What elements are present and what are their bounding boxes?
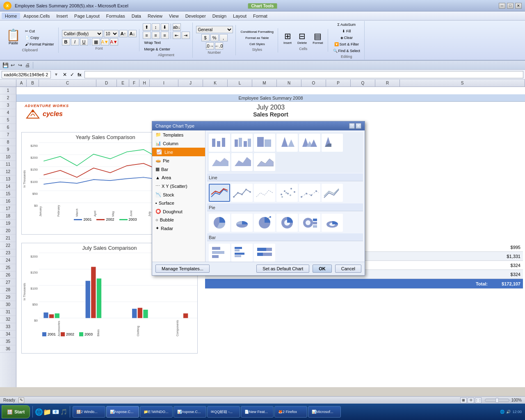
dialog-list-line[interactable]: 📈 Line [152,148,205,156]
menu-format[interactable]: Format [250,13,271,19]
restore-btn[interactable]: □ [507,3,514,9]
align-center-btn[interactable]: ≡ [152,32,160,39]
fill-color-button[interactable]: A▼ [101,38,109,46]
insert-function-icon[interactable]: fx [76,72,83,78]
increase-font-btn[interactable]: A↑ [119,30,128,37]
menu-review[interactable]: Review [144,13,166,19]
minimize-btn[interactable]: ─ [499,3,505,9]
menu-insert[interactable]: Insert [53,13,71,19]
bar-type-1[interactable] [209,244,230,262]
taskbar-media-icon[interactable]: 🎵 [60,408,67,415]
col-header-i[interactable]: I [150,80,178,87]
col-header-b[interactable]: B [27,80,39,87]
pie-type-2[interactable] [231,214,253,232]
taskbar-aspose2-btn[interactable]: 📊 Aspose.C... [173,406,206,418]
dialog-list-bubble[interactable]: ○ Bubble [152,216,205,224]
col-header-e[interactable]: E [117,80,129,87]
col-header-j[interactable]: J [178,80,203,87]
comma-btn[interactable]: , [219,34,228,41]
format-as-table-btn[interactable]: Format as Table [244,35,270,41]
dialog-close-btn[interactable]: ✕ [356,123,361,129]
col-header-s[interactable]: S [400,80,525,87]
col-header-d[interactable]: D [96,80,117,87]
decrease-decimal-btn[interactable]: ←.0 [215,42,223,50]
col-header-f[interactable]: F [129,80,139,87]
line-type-4[interactable] [276,184,298,202]
col-header-h[interactable]: H [139,80,150,87]
chart-type-area-1[interactable] [209,153,230,171]
pie-type-1[interactable] [209,214,230,232]
menu-page-layout[interactable]: Page Layout [71,13,103,19]
pie-type-3[interactable] [254,214,275,232]
percent-btn[interactable]: % [210,34,219,41]
decrease-font-btn[interactable]: A↓ [128,30,137,37]
dialog-ok-btn[interactable]: OK [313,265,332,273]
formula-dropdown-btn[interactable]: ▼ [52,72,60,77]
menu-data[interactable]: Data [128,13,144,19]
taskbar-ie-icon[interactable]: 🌐 [35,408,43,415]
col-header-c[interactable]: C [39,80,96,87]
format-painter-button[interactable]: 🖌 Format Painter [23,41,56,47]
qa-save-btn[interactable]: 💾 [2,62,9,69]
status-icon-btn[interactable]: ✎ [18,397,24,403]
insert-btn[interactable]: ⊞ Insert [281,30,294,46]
taskbar-qq-btn[interactable]: ✉ QQ邮箱 -... [207,406,240,418]
sort-filter-btn[interactable]: 🔽 Sort & Filter [333,41,361,47]
format-btn[interactable]: ▤ Format [310,30,325,46]
start-button[interactable]: 🪟 Start [2,405,30,418]
dialog-list-bar[interactable]: ▦ Bar [152,165,205,173]
dialog-help-btn[interactable]: ? [349,123,355,129]
col-header-r[interactable]: R [375,80,400,87]
col-header-q[interactable]: Q [351,80,375,87]
menu-developer[interactable]: Developer [182,13,209,19]
align-middle-btn[interactable]: ↕ [152,23,160,31]
chart-type-col-3d-3[interactable] [254,134,275,152]
font-size-select[interactable]: 10 [104,30,119,37]
formula-input[interactable] [84,71,523,78]
clear-btn[interactable]: ◈ Clear [339,35,355,41]
font-color-button[interactable]: A▼ [110,38,118,46]
menu-home[interactable]: Home [2,13,20,19]
border-button[interactable]: ▦ [92,38,100,46]
line-type-1[interactable] [209,184,230,202]
name-box[interactable] [2,71,51,78]
dialog-list-pie[interactable]: 🥧 Pie [152,156,205,165]
chart-type-area-2[interactable] [231,153,253,171]
cell-styles-btn[interactable]: Cell Styles [248,41,267,47]
line-type-3[interactable] [254,184,275,202]
taskbar-firefox-btn[interactable]: 🦊 2 Firefox [274,406,307,418]
autosum-btn[interactable]: Σ AutoSum [336,22,357,27]
chart-type-area-3[interactable] [254,153,275,171]
dialog-list-surface[interactable]: ▪ Surface [152,199,205,207]
fill-btn[interactable]: ⬇ Fill [340,28,353,34]
align-left-btn[interactable]: ≡ [143,32,151,39]
chart-type-col-3d-1[interactable] [209,134,230,152]
line-type-5[interactable] [299,184,320,202]
cut-button[interactable]: ✂ Cut [23,28,56,34]
number-format-select[interactable]: General [196,26,233,33]
increase-decimal-btn[interactable]: .0→ [206,42,214,50]
copy-button[interactable]: 📄 Copy [23,35,56,41]
chart-type-pyramid-2[interactable] [299,134,320,152]
merge-center-btn[interactable]: Merge & Center [143,46,172,52]
manage-templates-btn[interactable]: Manage Templates... [155,265,210,273]
align-right-btn[interactable]: ≡ [161,32,169,39]
dialog-list-stock[interactable]: 📉 Stock [152,190,205,199]
bar-type-3[interactable] [254,244,275,262]
menu-layout[interactable]: Layout [230,13,250,19]
currency-btn[interactable]: $ [201,34,210,41]
pie-type-6[interactable] [322,214,343,232]
taskbar-explorer-btn[interactable]: 📁 E:\WINDO... [140,406,173,418]
zoom-slider-thumb[interactable] [495,398,499,403]
underline-button[interactable]: U [80,38,88,46]
dialog-cancel-btn[interactable]: Cancel [335,265,361,273]
col-header-m[interactable]: M [252,80,277,87]
bold-button[interactable]: B [62,38,70,46]
font-name-select[interactable]: Calibri (Body) [62,30,103,37]
col-header-k[interactable]: K [203,80,228,87]
qa-print-btn[interactable]: 🖨 [24,62,31,69]
conditional-formatting-btn[interactable]: Conditional Formatting [239,29,275,34]
chart-type-pyramid-3[interactable] [322,134,343,152]
cancel-formula-icon[interactable]: ✕ [62,71,68,78]
paste-button[interactable]: 📋 Paste [4,28,23,46]
